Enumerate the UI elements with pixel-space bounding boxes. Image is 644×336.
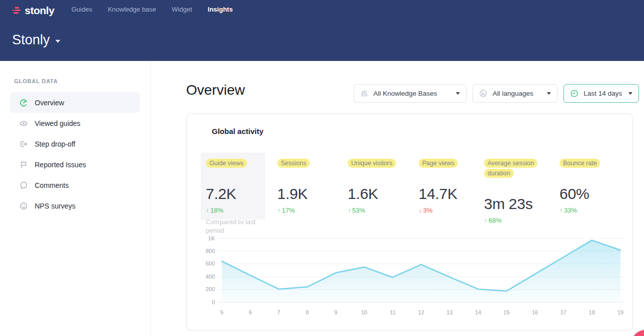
trend-arrow-icon: ↑ — [484, 217, 487, 224]
stonly-logo-icon — [12, 7, 22, 15]
svg-text:19: 19 — [617, 309, 623, 315]
metric-delta-value: 17% — [282, 207, 295, 214]
chevron-down-icon — [55, 40, 60, 43]
sidebar-item-overview[interactable]: Overview — [10, 92, 140, 113]
sidebar-item-label: Reported Issues — [35, 161, 86, 169]
sidebar-item-viewed-guides[interactable]: Viewed guides — [10, 113, 140, 133]
svg-text:9: 9 — [334, 309, 337, 315]
trend-arrow-icon: ↑ — [348, 207, 351, 214]
svg-text:600: 600 — [206, 260, 215, 266]
metric-note: Compared to last period — [206, 218, 260, 235]
global-activity-chart: 02004006008001K5678910111213141516171819 — [198, 233, 628, 320]
metric-value: 7.2K — [206, 175, 260, 203]
caret-down-icon — [456, 92, 460, 95]
sidebar-item-comments[interactable]: Comments — [10, 175, 140, 195]
filter-label: All languages — [493, 90, 533, 97]
trend-arrow-icon: ↑ — [206, 207, 209, 214]
metric-delta-value: 33% — [564, 207, 577, 214]
metric-guide-views[interactable]: Guide views 7.2K ↑18% Compared to last p… — [201, 153, 265, 220]
svg-text:400: 400 — [206, 274, 215, 280]
nav-guides[interactable]: Guides — [71, 6, 92, 13]
sidebar-item-label: Step drop-off — [35, 140, 75, 148]
metric-delta-value: 68% — [489, 217, 502, 224]
svg-text:0: 0 — [212, 299, 215, 305]
svg-text:11: 11 — [390, 309, 395, 315]
metric-average-session-duration[interactable]: Average session duration 3m 23s ↑68% — [484, 153, 543, 230]
sidebar-item-reported-issues[interactable]: Reported Issues — [10, 154, 140, 175]
filter-label: All Knowledge Bases — [373, 90, 437, 97]
caret-down-icon — [547, 92, 551, 95]
stonly-logo[interactable]: stonly — [12, 5, 54, 17]
svg-text:800: 800 — [206, 248, 215, 254]
svg-text:14: 14 — [475, 309, 481, 315]
clock-icon — [570, 89, 579, 98]
metric-label: Sessions — [277, 159, 310, 168]
stonly-insights-page: stonly Guides Knowledge base Widget Insi… — [0, 0, 644, 336]
sidebar-item-label: Viewed guides — [35, 119, 80, 127]
top-navigation: Guides Knowledge base Widget Insights — [71, 6, 233, 13]
trend-arrow-icon: ↑ — [277, 207, 280, 214]
svg-text:18: 18 — [589, 309, 595, 315]
metric-delta: ↑18% — [206, 207, 260, 214]
nav-widget[interactable]: Widget — [172, 6, 192, 13]
knowledge-bases-filter-dropdown[interactable]: All Knowledge Bases — [354, 84, 466, 103]
metric-page-views[interactable]: Page views 14.7K ↓3% — [419, 153, 484, 220]
filter-label: Last 14 days — [584, 90, 622, 97]
smiley-icon — [19, 201, 28, 211]
metric-label: Guide views — [206, 159, 247, 168]
metric-label: Unique visitors — [348, 159, 396, 168]
gauge-icon — [19, 98, 28, 107]
page-title: Overview — [186, 82, 245, 98]
flag-icon — [19, 160, 28, 169]
sidebar-menu: Overview Viewed guides Step drop-off — [10, 92, 140, 216]
svg-text:5: 5 — [220, 309, 223, 315]
svg-text:12: 12 — [418, 309, 424, 315]
metric-delta-value: 53% — [352, 207, 365, 214]
nav-insights[interactable]: Insights — [208, 6, 233, 13]
metric-value: 1.9K — [277, 175, 343, 203]
svg-text:13: 13 — [446, 309, 452, 315]
metric-label: Page views — [419, 159, 458, 168]
nav-knowledge-base[interactable]: Knowledge base — [108, 6, 156, 13]
chat-widget-button[interactable] — [632, 330, 644, 336]
metric-unique-visitors[interactable]: Unique visitors 1.6K ↑53% — [348, 153, 413, 220]
metric-delta: ↑17% — [277, 207, 343, 214]
metric-value: 14.7K — [419, 175, 484, 203]
svg-text:1K: 1K — [208, 235, 215, 241]
sidebar-item-nps-surveys[interactable]: NPS surveys — [10, 195, 140, 216]
sidebar-item-label: Comments — [35, 181, 69, 189]
chart-area[interactable]: 02004006008001K5678910111213141516171819 — [198, 233, 628, 320]
global-activity-card: Global activity Guide views 7.2K ↑18% Co… — [186, 113, 633, 330]
eye-icon — [19, 119, 28, 128]
svg-text:16: 16 — [532, 309, 538, 315]
svg-text:200: 200 — [206, 286, 215, 292]
metric-delta-value: 18% — [210, 207, 223, 214]
step-export-icon — [19, 140, 28, 149]
sidebar-section-label: GLOBAL DATA — [14, 78, 58, 84]
sidebar-item-label: NPS surveys — [35, 202, 75, 210]
svg-text:7: 7 — [277, 309, 280, 315]
card-title: Global activity — [212, 127, 264, 136]
date-range-filter-dropdown[interactable]: Last 14 days — [564, 84, 639, 103]
svg-text:15: 15 — [504, 309, 510, 315]
metric-bounce-rate[interactable]: Bounce rate 60% ↑33% — [559, 153, 625, 220]
metric-sessions[interactable]: Sessions 1.9K ↑17% — [277, 153, 343, 220]
metric-value: 3m 23s — [484, 185, 543, 213]
logo-wordmark: stonly — [25, 5, 54, 17]
svg-text:6: 6 — [249, 309, 252, 315]
metric-value: 1.6K — [348, 175, 413, 203]
svg-text:17: 17 — [560, 309, 567, 315]
trend-arrow-icon: ↑ — [559, 207, 562, 214]
languages-filter-dropdown[interactable]: All languages — [472, 84, 557, 103]
svg-text:10: 10 — [361, 309, 367, 315]
caret-down-icon — [628, 92, 632, 95]
metric-value: 60% — [559, 175, 625, 203]
metric-delta: ↓3% — [419, 207, 484, 214]
workspace-title: Stonly — [12, 32, 50, 48]
sidebar-item-step-drop-off[interactable]: Step drop-off — [10, 133, 140, 154]
app-header: stonly Guides Knowledge base Widget Insi… — [0, 0, 644, 61]
workspace-selector[interactable]: Stonly — [12, 32, 60, 48]
trend-arrow-icon: ↓ — [419, 207, 422, 214]
sidebar-item-label: Overview — [35, 99, 64, 107]
svg-text:8: 8 — [306, 309, 309, 315]
